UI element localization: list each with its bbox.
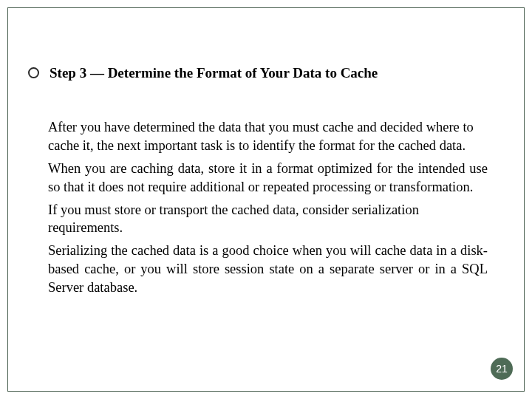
page-number: 21 bbox=[496, 363, 508, 375]
paragraph: If you must store or transport the cache… bbox=[48, 201, 488, 238]
content-area: Step 3 — Determine the Format of Your Da… bbox=[28, 64, 488, 301]
body-text: After you have determined the data that … bbox=[48, 118, 488, 298]
paragraph: After you have determined the data that … bbox=[48, 118, 488, 155]
paragraph: Serializing the cached data is a good ch… bbox=[48, 242, 488, 297]
page-number-badge: 21 bbox=[491, 358, 513, 380]
slide: Step 3 — Determine the Format of Your Da… bbox=[0, 0, 532, 399]
title-row: Step 3 — Determine the Format of Your Da… bbox=[28, 64, 488, 83]
bullet-icon bbox=[28, 67, 39, 78]
paragraph: When you are caching data, store it in a… bbox=[48, 160, 488, 197]
slide-title: Step 3 — Determine the Format of Your Da… bbox=[50, 64, 378, 83]
